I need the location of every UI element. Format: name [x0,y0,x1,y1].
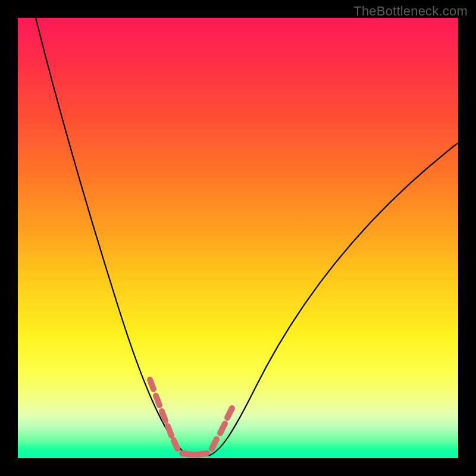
curve-layer [18,18,458,458]
chart-frame: TheBottleneck.com [0,0,476,476]
svg-line-1 [156,396,159,405]
watermark-text: TheBottleneck.com [353,4,468,19]
bottleneck-curve [36,18,458,456]
svg-line-4 [174,440,177,449]
svg-line-5 [182,453,193,455]
svg-line-3 [168,426,171,436]
svg-line-7 [212,439,217,449]
highlight-markers [150,380,232,455]
plot-area [18,18,458,458]
svg-line-0 [150,380,154,389]
svg-line-8 [220,424,225,433]
svg-line-2 [162,411,165,421]
svg-line-6 [196,453,207,455]
svg-line-9 [227,408,232,418]
